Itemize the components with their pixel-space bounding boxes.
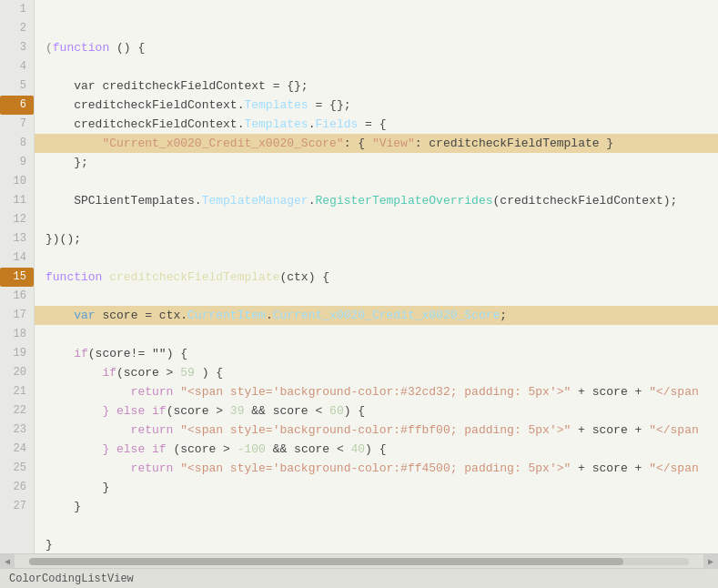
line-number-23: 23 bbox=[0, 421, 34, 440]
horizontal-scrollbar[interactable]: ◀ ▶ bbox=[0, 553, 718, 568]
line-number-26: 26 bbox=[0, 478, 34, 497]
code-line-2 bbox=[35, 57, 718, 76]
line-number-11: 11 bbox=[0, 191, 34, 210]
line-number-2: 2 bbox=[0, 19, 34, 38]
code-line-14 bbox=[35, 287, 718, 306]
code-line-20: } else if(score > 39 && score < 60) { bbox=[35, 401, 718, 421]
line-number-9: 9 bbox=[0, 153, 34, 172]
line-number-3: 3 bbox=[0, 38, 34, 57]
code-line-26 bbox=[35, 516, 718, 535]
scroll-right-arrow[interactable]: ▶ bbox=[703, 554, 718, 569]
line-number-15: 15 bbox=[0, 268, 34, 287]
scroll-left-arrow[interactable]: ◀ bbox=[0, 554, 15, 569]
scrollbar-track[interactable] bbox=[29, 558, 689, 565]
line-number-6: 6 bbox=[0, 96, 34, 115]
line-numbers: 1234567891011121314151617181920212223242… bbox=[0, 0, 35, 553]
code-line-4: creditcheckFieldContext.Templates = {}; bbox=[35, 96, 718, 115]
line-number-7: 7 bbox=[0, 115, 34, 134]
code-line-23: return "<span style='background-color:#f… bbox=[35, 459, 718, 478]
line-number-27: 27 bbox=[0, 497, 34, 516]
line-number-4: 4 bbox=[0, 57, 34, 76]
code-area[interactable]: 1234567891011121314151617181920212223242… bbox=[0, 0, 718, 553]
code-line-8 bbox=[35, 172, 718, 191]
code-line-18: if(score > 59 ) { bbox=[35, 363, 718, 382]
code-line-22: } else if (score > -100 && score < 40) { bbox=[35, 440, 718, 459]
code-line-19: return "<span style='background-color:#3… bbox=[35, 382, 718, 401]
code-line-24: } bbox=[35, 478, 718, 497]
code-line-13: function creditcheckFieldTemplate(ctx) { bbox=[35, 268, 718, 287]
code-line-21: return "<span style='background-color:#f… bbox=[35, 421, 718, 440]
code-line-16 bbox=[35, 325, 718, 344]
line-number-16: 16 bbox=[0, 287, 34, 306]
filename-label: ColorCodingListView bbox=[9, 573, 134, 585]
line-number-5: 5 bbox=[0, 76, 34, 96]
code-line-12 bbox=[35, 248, 718, 268]
code-line-6: "Current_x0020_Credit_x0020_Score": { "V… bbox=[35, 134, 718, 153]
code-line-7: }; bbox=[35, 153, 718, 172]
line-number-25: 25 bbox=[0, 459, 34, 478]
code-content[interactable]: (function () { var creditcheckFieldConte… bbox=[35, 0, 718, 553]
line-number-20: 20 bbox=[0, 363, 34, 382]
line-number-10: 10 bbox=[0, 172, 34, 191]
line-number-14: 14 bbox=[0, 248, 34, 268]
line-number-22: 22 bbox=[0, 401, 34, 421]
line-number-21: 21 bbox=[0, 382, 34, 401]
line-number-17: 17 bbox=[0, 306, 34, 325]
code-line-27: } bbox=[35, 535, 718, 553]
line-number-24: 24 bbox=[0, 440, 34, 459]
code-line-15: var score = ctx.CurrentItem.Current_x002… bbox=[35, 306, 718, 325]
code-line-10 bbox=[35, 210, 718, 229]
line-number-8: 8 bbox=[0, 134, 34, 153]
code-line-11: })(); bbox=[35, 229, 718, 248]
code-line-1: (function () { bbox=[35, 38, 718, 57]
code-line-17: if(score!= "") { bbox=[35, 344, 718, 363]
code-line-9: SPClientTemplates.TemplateManager.Regist… bbox=[35, 191, 718, 210]
line-number-19: 19 bbox=[0, 344, 34, 363]
line-number-18: 18 bbox=[0, 325, 34, 344]
status-bar: ColorCodingListView bbox=[0, 568, 718, 588]
code-line-25: } bbox=[35, 497, 718, 516]
code-line-5: creditcheckFieldContext.Templates.Fields… bbox=[35, 115, 718, 134]
code-line-3: var creditcheckFieldContext = {}; bbox=[35, 76, 718, 96]
line-number-1: 1 bbox=[0, 0, 34, 19]
line-number-13: 13 bbox=[0, 229, 34, 248]
editor-container: 1234567891011121314151617181920212223242… bbox=[0, 0, 718, 588]
line-number-12: 12 bbox=[0, 210, 34, 229]
scrollbar-thumb[interactable] bbox=[29, 558, 623, 565]
